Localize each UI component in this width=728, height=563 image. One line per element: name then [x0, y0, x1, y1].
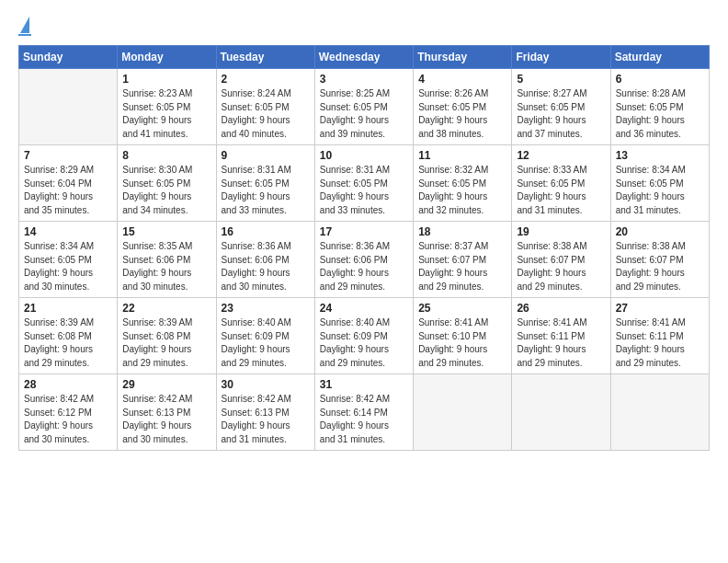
calendar-cell: 31Sunrise: 8:42 AMSunset: 6:14 PMDayligh…: [314, 374, 413, 451]
day-number: 15: [122, 225, 210, 238]
calendar-cell: 5Sunrise: 8:27 AMSunset: 6:05 PMDaylight…: [512, 69, 610, 145]
day-info: Sunrise: 8:34 AMSunset: 6:05 PMDaylight:…: [616, 164, 704, 217]
calendar-cell: 10Sunrise: 8:31 AMSunset: 6:05 PMDayligh…: [314, 145, 413, 222]
day-number: 25: [418, 302, 506, 315]
calendar-week-row: 21Sunrise: 8:39 AMSunset: 6:08 PMDayligh…: [19, 298, 710, 374]
calendar-cell: 19Sunrise: 8:38 AMSunset: 6:07 PMDayligh…: [512, 222, 610, 298]
calendar-cell: [512, 374, 610, 451]
calendar-header-wednesday: Wednesday: [314, 46, 413, 69]
day-number: 18: [418, 225, 506, 238]
calendar-cell: 25Sunrise: 8:41 AMSunset: 6:10 PMDayligh…: [414, 298, 512, 374]
day-info: Sunrise: 8:35 AMSunset: 6:06 PMDaylight:…: [122, 240, 210, 293]
day-number: 28: [24, 378, 112, 391]
day-info: Sunrise: 8:27 AMSunset: 6:05 PMDaylight:…: [517, 87, 605, 141]
calendar-cell: 14Sunrise: 8:34 AMSunset: 6:05 PMDayligh…: [19, 222, 118, 298]
day-info: Sunrise: 8:42 AMSunset: 6:14 PMDaylight:…: [320, 393, 408, 446]
day-number: 29: [122, 378, 210, 391]
day-info: Sunrise: 8:40 AMSunset: 6:09 PMDaylight:…: [222, 316, 310, 370]
logo-underline: [18, 34, 31, 36]
calendar-cell: 9Sunrise: 8:31 AMSunset: 6:05 PMDaylight…: [216, 145, 314, 222]
calendar-cell: 7Sunrise: 8:29 AMSunset: 6:04 PMDaylight…: [19, 145, 118, 222]
day-number: 14: [24, 225, 112, 238]
day-info: Sunrise: 8:38 AMSunset: 6:07 PMDaylight:…: [517, 240, 605, 293]
calendar-cell: 16Sunrise: 8:36 AMSunset: 6:06 PMDayligh…: [216, 222, 314, 298]
calendar-cell: 28Sunrise: 8:42 AMSunset: 6:12 PMDayligh…: [19, 374, 118, 451]
calendar-cell: [610, 374, 709, 451]
day-info: Sunrise: 8:25 AMSunset: 6:05 PMDaylight:…: [320, 87, 408, 141]
day-info: Sunrise: 8:36 AMSunset: 6:06 PMDaylight:…: [320, 240, 408, 293]
day-number: 10: [320, 149, 408, 162]
calendar-week-row: 7Sunrise: 8:29 AMSunset: 6:04 PMDaylight…: [19, 145, 710, 222]
day-number: 24: [320, 302, 408, 315]
day-number: 27: [616, 302, 704, 315]
day-number: 12: [517, 149, 605, 162]
day-number: 4: [418, 73, 506, 86]
calendar-header-monday: Monday: [118, 46, 216, 69]
day-info: Sunrise: 8:41 AMSunset: 6:11 PMDaylight:…: [517, 316, 605, 370]
calendar-cell: 21Sunrise: 8:39 AMSunset: 6:08 PMDayligh…: [19, 298, 118, 374]
day-info: Sunrise: 8:42 AMSunset: 6:13 PMDaylight:…: [122, 393, 210, 446]
day-info: Sunrise: 8:28 AMSunset: 6:05 PMDaylight:…: [616, 87, 704, 141]
day-info: Sunrise: 8:37 AMSunset: 6:07 PMDaylight:…: [418, 240, 506, 293]
day-info: Sunrise: 8:36 AMSunset: 6:06 PMDaylight:…: [222, 240, 310, 293]
calendar-header-tuesday: Tuesday: [216, 46, 314, 69]
day-number: 17: [320, 225, 408, 238]
header: [18, 17, 710, 36]
day-number: 5: [517, 73, 605, 86]
calendar-header-friday: Friday: [512, 46, 610, 69]
logo: [18, 17, 31, 36]
day-info: Sunrise: 8:31 AMSunset: 6:05 PMDaylight:…: [320, 164, 408, 217]
calendar-header-row: SundayMondayTuesdayWednesdayThursdayFrid…: [19, 46, 710, 69]
calendar-cell: 26Sunrise: 8:41 AMSunset: 6:11 PMDayligh…: [512, 298, 610, 374]
calendar-cell: 15Sunrise: 8:35 AMSunset: 6:06 PMDayligh…: [118, 222, 216, 298]
day-number: 16: [222, 225, 310, 238]
day-info: Sunrise: 8:34 AMSunset: 6:05 PMDaylight:…: [24, 240, 112, 293]
calendar-header-thursday: Thursday: [414, 46, 512, 69]
day-number: 7: [24, 149, 112, 162]
calendar-week-row: 1Sunrise: 8:23 AMSunset: 6:05 PMDaylight…: [19, 69, 710, 145]
day-number: 23: [222, 302, 310, 315]
calendar-cell: 24Sunrise: 8:40 AMSunset: 6:09 PMDayligh…: [314, 298, 413, 374]
day-number: 13: [616, 149, 704, 162]
day-number: 19: [517, 225, 605, 238]
calendar-cell: [19, 69, 118, 145]
calendar-cell: 17Sunrise: 8:36 AMSunset: 6:06 PMDayligh…: [314, 222, 413, 298]
logo-arrow-icon: [20, 17, 29, 33]
day-info: Sunrise: 8:42 AMSunset: 6:12 PMDaylight:…: [24, 393, 112, 446]
calendar-cell: 2Sunrise: 8:24 AMSunset: 6:05 PMDaylight…: [216, 69, 314, 145]
calendar-cell: 30Sunrise: 8:42 AMSunset: 6:13 PMDayligh…: [216, 374, 314, 451]
day-info: Sunrise: 8:42 AMSunset: 6:13 PMDaylight:…: [222, 393, 310, 446]
day-number: 1: [122, 73, 210, 86]
day-info: Sunrise: 8:41 AMSunset: 6:11 PMDaylight:…: [616, 316, 704, 370]
calendar-header-sunday: Sunday: [19, 46, 118, 69]
calendar-table: SundayMondayTuesdayWednesdayThursdayFrid…: [18, 45, 710, 451]
calendar-cell: 4Sunrise: 8:26 AMSunset: 6:05 PMDaylight…: [414, 69, 512, 145]
calendar-cell: 12Sunrise: 8:33 AMSunset: 6:05 PMDayligh…: [512, 145, 610, 222]
day-info: Sunrise: 8:40 AMSunset: 6:09 PMDaylight:…: [320, 316, 408, 370]
day-info: Sunrise: 8:33 AMSunset: 6:05 PMDaylight:…: [517, 164, 605, 217]
day-info: Sunrise: 8:39 AMSunset: 6:08 PMDaylight:…: [122, 316, 210, 370]
day-number: 22: [122, 302, 210, 315]
day-info: Sunrise: 8:24 AMSunset: 6:05 PMDaylight:…: [222, 87, 310, 141]
calendar-cell: [414, 374, 512, 451]
calendar-cell: 8Sunrise: 8:30 AMSunset: 6:05 PMDaylight…: [118, 145, 216, 222]
day-number: 21: [24, 302, 112, 315]
day-number: 6: [616, 73, 704, 86]
calendar-cell: 3Sunrise: 8:25 AMSunset: 6:05 PMDaylight…: [314, 69, 413, 145]
day-info: Sunrise: 8:38 AMSunset: 6:07 PMDaylight:…: [616, 240, 704, 293]
calendar-cell: 1Sunrise: 8:23 AMSunset: 6:05 PMDaylight…: [118, 69, 216, 145]
calendar-cell: 11Sunrise: 8:32 AMSunset: 6:05 PMDayligh…: [414, 145, 512, 222]
day-number: 9: [222, 149, 310, 162]
day-info: Sunrise: 8:32 AMSunset: 6:05 PMDaylight:…: [418, 164, 506, 217]
calendar-week-row: 28Sunrise: 8:42 AMSunset: 6:12 PMDayligh…: [19, 374, 710, 451]
day-info: Sunrise: 8:26 AMSunset: 6:05 PMDaylight:…: [418, 87, 506, 141]
page: SundayMondayTuesdayWednesdayThursdayFrid…: [0, 0, 728, 563]
calendar-cell: 29Sunrise: 8:42 AMSunset: 6:13 PMDayligh…: [118, 374, 216, 451]
day-info: Sunrise: 8:39 AMSunset: 6:08 PMDaylight:…: [24, 316, 112, 370]
day-number: 11: [418, 149, 506, 162]
day-number: 26: [517, 302, 605, 315]
calendar-cell: 27Sunrise: 8:41 AMSunset: 6:11 PMDayligh…: [610, 298, 709, 374]
day-info: Sunrise: 8:31 AMSunset: 6:05 PMDaylight:…: [222, 164, 310, 217]
day-info: Sunrise: 8:30 AMSunset: 6:05 PMDaylight:…: [122, 164, 210, 217]
calendar-cell: 6Sunrise: 8:28 AMSunset: 6:05 PMDaylight…: [610, 69, 709, 145]
